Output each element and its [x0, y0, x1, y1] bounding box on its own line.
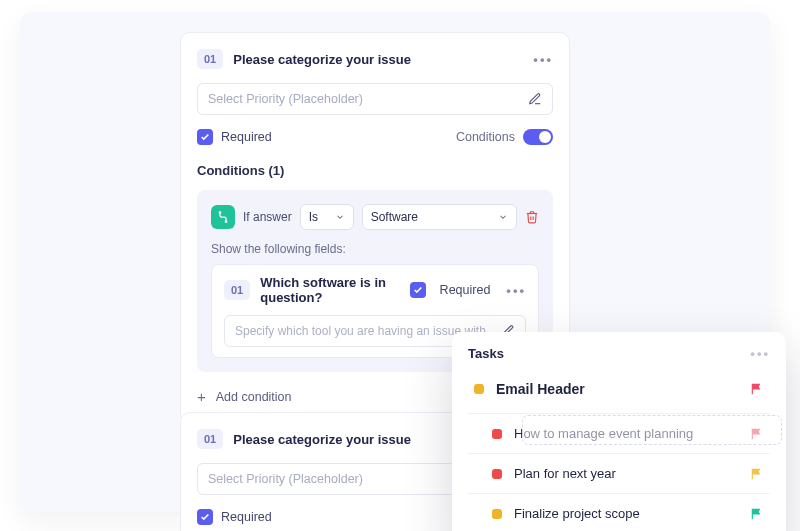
task-status-dot: [474, 384, 484, 394]
field-number-chip: 01: [197, 49, 223, 69]
pencil-icon[interactable]: [528, 92, 542, 106]
tasks-more-button[interactable]: •••: [750, 346, 770, 361]
divider: [468, 493, 770, 494]
more-menu-button[interactable]: •••: [533, 52, 553, 67]
divider: [468, 453, 770, 454]
if-answer-label: If answer: [243, 210, 292, 224]
conditions-header: Conditions (1): [197, 163, 553, 178]
delete-condition-button[interactable]: [525, 210, 539, 224]
field-number-chip: 01: [197, 429, 223, 449]
required-label: Required: [221, 130, 272, 144]
conditional-more-button[interactable]: •••: [506, 283, 526, 298]
flag-icon[interactable]: [750, 382, 764, 396]
field-header-row: 01 Please categorize your issue •••: [197, 49, 553, 69]
divider: [468, 413, 770, 414]
task-row[interactable]: Plan for next year: [468, 456, 770, 491]
chevron-down-icon: [498, 212, 508, 222]
tasks-list: Email HeaderHow to manage event planning…: [468, 371, 770, 531]
conditional-required-checkbox[interactable]: [410, 282, 426, 298]
operator-select[interactable]: Is: [300, 204, 354, 230]
tasks-title: Tasks: [468, 346, 504, 361]
conditional-field-header: 01 Which software is in question? Requir…: [224, 275, 526, 305]
conditional-field-title: Which software is in question?: [260, 275, 409, 305]
tasks-header: Tasks •••: [468, 346, 770, 361]
flag-icon[interactable]: [750, 507, 764, 521]
conditional-placeholder: Specify which tool you are having an iss…: [235, 324, 486, 338]
chevron-down-icon: [335, 212, 345, 222]
priority-input[interactable]: Select Priority (Placeholder): [197, 83, 553, 115]
task-label: Plan for next year: [514, 466, 616, 481]
task-label: Email Header: [496, 381, 585, 397]
conditional-field-number: 01: [224, 280, 250, 300]
condition-icon: [211, 205, 235, 229]
operator-value: Is: [309, 210, 318, 224]
value-select[interactable]: Software: [362, 204, 517, 230]
priority-placeholder: Select Priority (Placeholder): [208, 472, 363, 486]
show-fields-label: Show the following fields:: [211, 242, 539, 256]
value-selected: Software: [371, 210, 418, 224]
conditional-required-group: Required •••: [410, 282, 526, 298]
tasks-panel: Tasks ••• Email HeaderHow to manage even…: [452, 332, 786, 531]
task-row[interactable]: Email Header: [468, 371, 770, 411]
conditions-toggle-label: Conditions: [456, 130, 515, 144]
add-condition-label: Add condition: [216, 390, 292, 404]
field-title: Please categorize your issue: [233, 52, 411, 67]
required-checkbox[interactable]: [197, 509, 213, 525]
plus-icon: +: [197, 388, 206, 405]
task-label: Finalize project scope: [514, 506, 640, 521]
field-title: Please categorize your issue: [233, 432, 411, 447]
task-status-dot: [492, 469, 502, 479]
svg-point-0: [219, 212, 221, 214]
task-status-dot: [492, 509, 502, 519]
required-checkbox[interactable]: [197, 129, 213, 145]
condition-controls-row: If answer Is Software: [211, 204, 539, 230]
svg-point-1: [225, 221, 227, 223]
conditions-toggle[interactable]: [523, 129, 553, 145]
task-row[interactable]: Finalize project scope: [468, 496, 770, 531]
flag-icon[interactable]: [750, 467, 764, 481]
priority-placeholder: Select Priority (Placeholder): [208, 92, 363, 106]
required-row: Required Conditions: [197, 129, 553, 145]
conditional-required-label: Required: [440, 283, 491, 297]
required-label: Required: [221, 510, 272, 524]
task-drop-zone[interactable]: [522, 415, 782, 445]
task-status-dot: [492, 429, 502, 439]
